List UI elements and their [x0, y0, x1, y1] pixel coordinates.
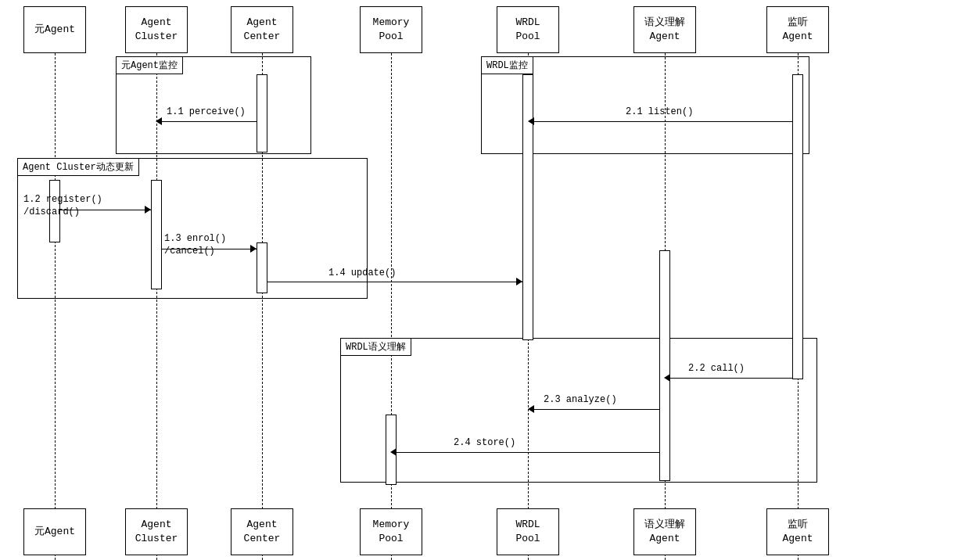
activation-agent-cluster-1 [151, 180, 162, 289]
fragment-yuyijiejie [340, 338, 817, 483]
actor-jianting-agent: 监听Agent [766, 6, 829, 53]
arrow-2-1-label: 2.1 listen() [626, 106, 693, 117]
arrow-1-4-head [516, 278, 522, 285]
actor-agent-cluster-bottom: AgentCluster [125, 508, 188, 555]
actor-agent-center: AgentCenter [231, 6, 293, 53]
sequence-diagram: 元Agent AgentCluster AgentCenter MemoryPo… [0, 0, 969, 560]
actor-yuyijiejie-agent: 语义理解Agent [633, 6, 696, 53]
arrow-2-2-head [664, 374, 670, 382]
actor-agent-cluster: AgentCluster [125, 6, 188, 53]
arrow-2-3-line [534, 409, 659, 410]
activation-agent-center-2 [257, 242, 267, 293]
arrow-2-1-head [528, 117, 534, 125]
actor-agent-center-bottom: AgentCenter [231, 508, 293, 555]
actor-jianting-agent-bottom: 监听Agent [766, 508, 829, 555]
arrow-1-4-line [267, 282, 522, 282]
fragment-yuan-agent-label: 元Agent监控 [117, 57, 183, 74]
activation-wrdl-pool [522, 74, 533, 340]
lifeline-yuan-agent [55, 53, 56, 560]
arrow-1-2-head [145, 206, 151, 214]
activation-yuyijiejie-agent [659, 250, 670, 481]
arrow-1-1-line [162, 121, 257, 122]
arrow-2-2-line [670, 378, 792, 379]
arrow-2-4-label: 2.4 store() [454, 437, 515, 448]
arrow-2-3-head [528, 405, 534, 413]
arrow-1-3-head [250, 245, 257, 253]
fragment-yuyijiejie-label: WRDL语义理解 [341, 339, 411, 356]
fragment-wrdl-label: WRDL监控 [482, 57, 533, 74]
activation-agent-center-1 [257, 74, 267, 153]
activation-jianting-agent-1 [792, 74, 803, 379]
actor-wrdl-pool-bottom: WRDLPool [497, 508, 559, 555]
actor-memory-pool: MemoryPool [360, 6, 422, 53]
arrow-1-1-label: 1.1 perceive() [167, 106, 246, 117]
arrow-1-4-label: 1.4 update() [328, 267, 396, 278]
fragment-cluster-update [17, 158, 368, 299]
arrow-1-3-label: 1.3 enrol()/cancel() [164, 233, 226, 257]
actor-yuyijiejie-agent-bottom: 语义理解Agent [633, 508, 696, 555]
fragment-cluster-label: Agent Cluster动态更新 [18, 159, 139, 176]
actor-yuan-agent-bottom: 元Agent [23, 508, 86, 555]
arrow-2-4-head [390, 448, 397, 456]
actor-wrdl-pool: WRDLPool [497, 6, 559, 53]
actor-memory-pool-bottom: MemoryPool [360, 508, 422, 555]
arrow-2-3-label: 2.3 analyze() [544, 394, 617, 405]
arrow-2-1-line [534, 121, 792, 122]
actor-yuan-agent: 元Agent [23, 6, 86, 53]
arrow-2-2-label: 2.2 call() [688, 363, 745, 374]
arrow-2-4-line [397, 452, 659, 453]
arrow-1-2-label: 1.2 register()/discard() [23, 194, 102, 218]
arrow-1-1-head [156, 117, 162, 125]
